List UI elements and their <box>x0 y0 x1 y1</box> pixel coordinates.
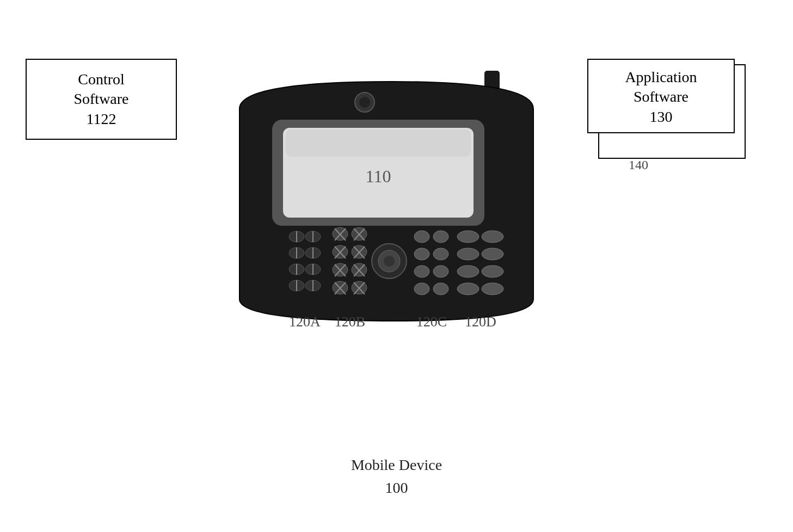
device-bottom-labels: Mobile Device 100 <box>351 454 442 499</box>
svg-rect-5 <box>286 129 471 157</box>
app-software-number: 130 <box>599 107 723 127</box>
app-software-line1: Application <box>599 67 723 87</box>
svg-text:110: 110 <box>366 166 391 186</box>
svg-point-60 <box>457 248 479 260</box>
svg-text:120B: 120B <box>335 314 365 330</box>
control-software-number: 1122 <box>38 109 165 129</box>
svg-point-59 <box>482 231 503 243</box>
app-software-ref: 140 <box>629 158 648 172</box>
device-number: 100 <box>351 477 442 499</box>
svg-text:120C: 120C <box>416 314 447 330</box>
svg-point-64 <box>457 283 479 295</box>
svg-point-61 <box>482 248 503 260</box>
svg-point-62 <box>457 265 479 277</box>
svg-point-63 <box>482 265 503 277</box>
svg-point-56 <box>414 283 429 295</box>
svg-point-49 <box>384 256 395 267</box>
svg-point-55 <box>433 265 448 277</box>
control-software-box: Control Software 1122 <box>26 59 177 140</box>
device-name: Mobile Device <box>351 454 442 477</box>
svg-point-54 <box>414 265 429 277</box>
svg-text:120D: 120D <box>465 314 496 330</box>
device-diagram: 110 <box>190 65 582 392</box>
svg-point-52 <box>414 248 429 260</box>
svg-point-65 <box>482 283 503 295</box>
svg-point-57 <box>433 283 448 295</box>
svg-point-58 <box>457 231 479 243</box>
svg-point-2 <box>359 97 370 108</box>
svg-point-53 <box>433 248 448 260</box>
device-svg: 110 <box>196 65 577 348</box>
control-software-line1: Control <box>38 70 165 89</box>
svg-text:120A: 120A <box>289 314 321 330</box>
svg-point-51 <box>433 231 448 243</box>
app-software-front-box: Application Software 130 <box>587 59 735 133</box>
control-software-line2: Software <box>38 89 165 109</box>
svg-point-50 <box>414 231 429 243</box>
app-software-line2: Software <box>599 87 723 107</box>
